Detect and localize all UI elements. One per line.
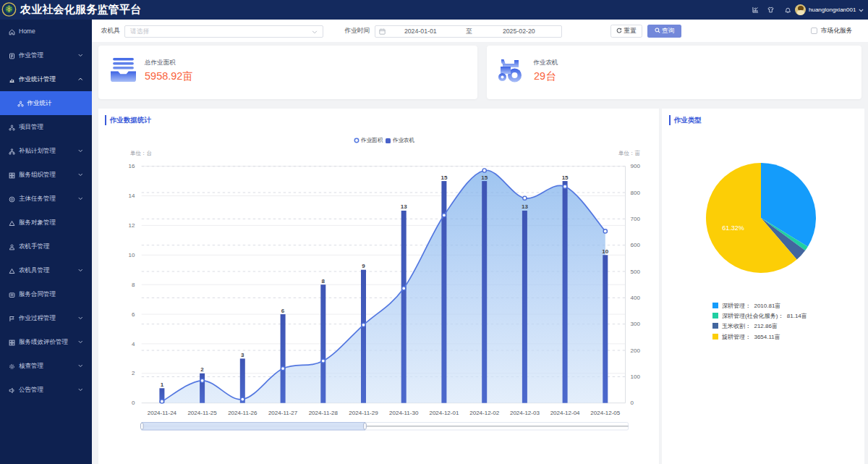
svg-text:2024-12-05: 2024-12-05 xyxy=(590,410,620,416)
svg-text:15: 15 xyxy=(562,174,569,181)
svg-text:2024-11-30: 2024-11-30 xyxy=(389,410,419,416)
svg-text:单位：台: 单位：台 xyxy=(130,150,152,156)
svg-text:0: 0 xyxy=(631,400,634,406)
svg-text:2024-11-24: 2024-11-24 xyxy=(148,410,177,416)
svg-text:1: 1 xyxy=(161,381,164,388)
svg-text:2024-12-04: 2024-12-04 xyxy=(550,410,580,416)
svg-text:单位：亩: 单位：亩 xyxy=(618,150,641,156)
svg-text:500: 500 xyxy=(631,269,641,275)
svg-text:700: 700 xyxy=(631,216,641,222)
svg-text:12: 12 xyxy=(129,222,135,229)
svg-text:15: 15 xyxy=(441,174,447,181)
svg-text:2024-11-28: 2024-11-28 xyxy=(309,410,339,416)
svg-text:10: 10 xyxy=(602,248,608,255)
svg-text:2024-11-25: 2024-11-25 xyxy=(187,410,217,416)
svg-text:61.32%: 61.32% xyxy=(722,224,744,232)
svg-text:0: 0 xyxy=(132,400,135,406)
svg-text:4: 4 xyxy=(132,341,135,347)
svg-text:2024-12-01: 2024-12-01 xyxy=(429,410,459,416)
svg-text:16: 16 xyxy=(129,163,135,169)
svg-text:2024-12-02: 2024-12-02 xyxy=(469,410,499,416)
svg-text:2024-11-29: 2024-11-29 xyxy=(349,410,378,416)
svg-text:200: 200 xyxy=(631,347,641,354)
svg-text:2024-11-27: 2024-11-27 xyxy=(268,410,298,416)
svg-text:300: 300 xyxy=(631,321,641,327)
svg-text:13: 13 xyxy=(401,203,407,210)
svg-text:100: 100 xyxy=(631,374,641,380)
svg-text:10: 10 xyxy=(129,252,135,258)
svg-text:3: 3 xyxy=(241,352,244,358)
svg-text:2024-11-26: 2024-11-26 xyxy=(228,410,258,416)
svg-text:6: 6 xyxy=(132,311,135,318)
svg-text:8: 8 xyxy=(132,282,135,288)
svg-text:400: 400 xyxy=(631,295,641,301)
svg-text:9: 9 xyxy=(362,263,365,269)
svg-text:8: 8 xyxy=(322,278,326,284)
svg-text:2: 2 xyxy=(132,370,135,376)
svg-text:6: 6 xyxy=(281,308,285,314)
svg-text:2024-12-03: 2024-12-03 xyxy=(510,410,540,416)
svg-text:800: 800 xyxy=(631,190,641,196)
svg-text:900: 900 xyxy=(631,163,641,169)
svg-text:14: 14 xyxy=(129,193,135,199)
svg-text:600: 600 xyxy=(631,242,641,248)
svg-text:2: 2 xyxy=(200,366,204,373)
svg-text:13: 13 xyxy=(522,203,528,210)
svg-text:15: 15 xyxy=(481,174,488,181)
